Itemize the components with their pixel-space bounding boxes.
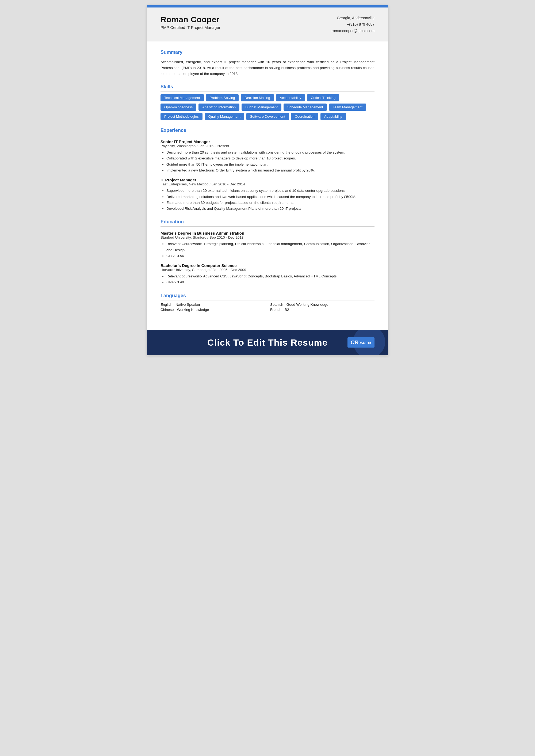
job-meta: Paylocity, Washington / Jan 2015 - Prese… bbox=[160, 144, 375, 148]
education-title: Education bbox=[160, 219, 375, 227]
list-item: Estimated more than 30 budgets for proje… bbox=[166, 200, 375, 206]
header-right: Georgia, Andersonville +(310) 879 4687 r… bbox=[332, 15, 375, 34]
degree-title: Master's Degree In Business Administrati… bbox=[160, 231, 375, 236]
experience-container: Senior IT Project ManagerPaylocity, Wash… bbox=[160, 139, 375, 211]
experience-title: Experience bbox=[160, 127, 375, 135]
skill-badge: Quality Management bbox=[205, 113, 244, 120]
degree-meta: Harvard University, Cambridge / Jan 2005… bbox=[160, 268, 375, 272]
skill-badge: Critical Thinking bbox=[307, 94, 339, 101]
resume-page: Roman Cooper PMP Certified IT Project Ma… bbox=[147, 5, 388, 355]
education-section: Education Master's Degree In Business Ad… bbox=[160, 219, 375, 285]
cta-text: Click To Edit This Resume bbox=[207, 337, 327, 348]
degree-meta: Stanford University, Stanford / Sep 2010… bbox=[160, 236, 375, 239]
list-item: Guided more than 50 IT employees on the … bbox=[166, 162, 375, 167]
list-item: Supervised more than 20 external technic… bbox=[166, 188, 375, 194]
candidate-name: Roman Cooper bbox=[160, 15, 220, 24]
main-content: Summary Accomplished, energetic, and exp… bbox=[147, 42, 388, 330]
skill-badge: Technical Management bbox=[160, 94, 204, 101]
list-item: Developed Risk Analysis and Quality Mana… bbox=[166, 206, 375, 211]
skill-badge: Decision Making bbox=[241, 94, 274, 101]
candidate-email: romancooper@gmail.com bbox=[332, 28, 375, 34]
degree-title: Bachelor's Degree In Computer Science bbox=[160, 263, 375, 268]
job-meta: Fast Enterprises, New Mexico / Jan 2010 … bbox=[160, 182, 375, 186]
language-item: English - Native Speaker bbox=[160, 302, 265, 307]
summary-text: Accomplished, energetic, and expert IT p… bbox=[160, 59, 375, 76]
skill-badge: Analyzing Information bbox=[199, 103, 239, 111]
skill-badge: Problem Solving bbox=[206, 94, 239, 101]
skill-badge: Adaptability bbox=[321, 113, 346, 120]
languages-title: Languages bbox=[160, 293, 375, 300]
languages-section: Languages English - Native SpeakerSpanis… bbox=[160, 293, 375, 312]
job-title: Senior IT Project Manager bbox=[160, 139, 375, 144]
degree-bullets: Relevant coursework:- Advanced CSS, Java… bbox=[166, 273, 375, 286]
footer-cta[interactable]: Click To Edit This Resume CResuma bbox=[147, 330, 388, 355]
list-item: GPA:- 3.40 bbox=[166, 279, 375, 285]
language-item: Chinese - Working Knowledge bbox=[160, 308, 265, 312]
skill-badge: Budget Management bbox=[241, 103, 281, 111]
language-item: French - B2 bbox=[270, 308, 375, 312]
job-bullets: Supervised more than 20 external technic… bbox=[166, 188, 375, 211]
candidate-phone: +(310) 879 4687 bbox=[332, 21, 375, 28]
skill-badge: Software Development bbox=[246, 113, 289, 120]
skill-badge: Open-mindedness bbox=[160, 103, 196, 111]
top-accent-bar bbox=[147, 5, 388, 8]
skill-badge: Project Methodologies bbox=[160, 113, 203, 120]
experience-section: Experience Senior IT Project ManagerPayl… bbox=[160, 127, 375, 211]
education-container: Master's Degree In Business Administrati… bbox=[160, 231, 375, 285]
header-section: Roman Cooper PMP Certified IT Project Ma… bbox=[147, 8, 388, 42]
list-item: Implemented a new Electronic Order Entry… bbox=[166, 167, 375, 173]
skills-title: Skills bbox=[160, 84, 375, 92]
candidate-title: PMP Certified IT Project Manager bbox=[160, 25, 220, 30]
summary-section: Summary Accomplished, energetic, and exp… bbox=[160, 49, 375, 76]
candidate-location: Georgia, Andersonville bbox=[332, 15, 375, 21]
list-item: Relavent Coursework:- Strategic planning… bbox=[166, 241, 375, 253]
skill-badge: Coordination bbox=[291, 113, 318, 120]
header-left: Roman Cooper PMP Certified IT Project Ma… bbox=[160, 15, 220, 30]
list-item: Collaborated with 2 executive managers t… bbox=[166, 155, 375, 161]
skill-badge: Schedule Management bbox=[284, 103, 327, 111]
job-bullets: Designed more than 20 synthesis and syst… bbox=[166, 150, 375, 173]
summary-title: Summary bbox=[160, 49, 375, 57]
skills-section: Skills Technical ManagementProblem Solvi… bbox=[160, 84, 375, 120]
degree-bullets: Relavent Coursework:- Strategic planning… bbox=[166, 241, 375, 259]
job-title: IT Project Manager bbox=[160, 178, 375, 182]
list-item: Relevant coursework:- Advanced CSS, Java… bbox=[166, 273, 375, 279]
list-item: Designed more than 20 synthesis and syst… bbox=[166, 150, 375, 155]
skill-badge: Team Management bbox=[329, 103, 366, 111]
skills-container: Technical ManagementProblem SolvingDecis… bbox=[160, 94, 375, 120]
language-item: Spanish - Good Working Knowledge bbox=[270, 302, 375, 307]
list-item: GPA:- 3.56 bbox=[166, 253, 375, 259]
footer-logo: CResuma bbox=[348, 337, 375, 348]
skill-badge: Accountability bbox=[276, 94, 305, 101]
list-item: Delivered marketing solutions and two we… bbox=[166, 194, 375, 200]
languages-grid: English - Native SpeakerSpanish - Good W… bbox=[160, 302, 375, 312]
